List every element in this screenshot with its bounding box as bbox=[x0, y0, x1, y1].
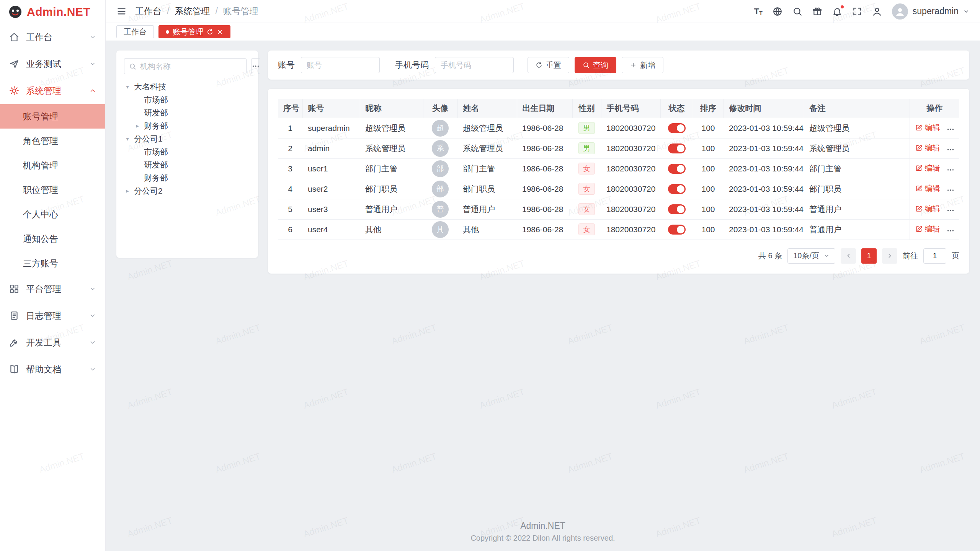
tab-account-mgmt[interactable]: 账号管理 bbox=[158, 25, 230, 38]
close-icon[interactable] bbox=[217, 29, 223, 35]
cell-nickname: 部门主管 bbox=[360, 158, 423, 179]
sidebar-item-system[interactable]: 系统管理 bbox=[0, 77, 105, 104]
tree-node[interactable]: 财务部 bbox=[124, 171, 250, 184]
sidebar-item-notice[interactable]: 通知公告 bbox=[0, 227, 105, 251]
breadcrumb-item[interactable]: 系统管理 bbox=[175, 5, 210, 17]
tab-workbench[interactable]: 工作台 bbox=[116, 25, 154, 38]
status-toggle[interactable] bbox=[668, 143, 686, 153]
sidebar-item-org-mgmt[interactable]: 机构管理 bbox=[0, 153, 105, 178]
sidebar-item-third-party[interactable]: 三方账号 bbox=[0, 251, 105, 276]
caret-right-icon[interactable]: ▸ bbox=[134, 122, 141, 129]
more-actions-button[interactable] bbox=[946, 206, 955, 215]
sidebar-item-logs[interactable]: 日志管理 bbox=[0, 302, 105, 329]
edit-button[interactable]: 编辑 bbox=[915, 183, 940, 194]
status-toggle[interactable] bbox=[668, 164, 686, 174]
globe-icon[interactable] bbox=[773, 7, 782, 16]
sidebar-item-dev-tools[interactable]: 开发工具 bbox=[0, 329, 105, 356]
cell-order: 100 bbox=[693, 179, 724, 199]
add-button[interactable]: 新增 bbox=[622, 57, 663, 73]
more-actions-button[interactable] bbox=[946, 125, 955, 134]
more-actions-button[interactable] bbox=[946, 145, 955, 154]
edit-button[interactable]: 编辑 bbox=[915, 204, 940, 214]
sidebar-item-label: 账号管理 bbox=[23, 111, 96, 122]
chevron-down-icon bbox=[89, 312, 96, 319]
status-toggle[interactable] bbox=[668, 184, 686, 194]
column-header: 出生日期 bbox=[517, 99, 572, 118]
breadcrumb-item[interactable]: 工作台 bbox=[135, 5, 162, 17]
caret-right-icon[interactable]: ▸ bbox=[124, 187, 131, 194]
breadcrumb-separator: / bbox=[167, 6, 169, 16]
bell-icon[interactable] bbox=[832, 7, 842, 16]
search-button[interactable]: 查询 bbox=[575, 57, 616, 73]
sidebar-item-role-mgmt[interactable]: 角色管理 bbox=[0, 129, 105, 153]
prev-page-button[interactable] bbox=[841, 248, 856, 264]
text-size-icon[interactable]: TT bbox=[754, 7, 763, 16]
row-avatar: 超 bbox=[432, 120, 449, 137]
cell-no: 2 bbox=[278, 138, 302, 158]
column-header: 备注 bbox=[804, 99, 910, 118]
sidebar-item-workbench[interactable]: 工作台 bbox=[0, 24, 105, 51]
caret-down-icon[interactable]: ▾ bbox=[124, 135, 131, 142]
fullscreen-icon[interactable] bbox=[852, 7, 862, 16]
status-toggle[interactable] bbox=[668, 123, 686, 133]
pagination: 共 6 条 10条/页 1 前往 页 bbox=[278, 248, 959, 264]
sidebar-item-position-mgmt[interactable]: 职位管理 bbox=[0, 178, 105, 202]
cell-birthday: 1986-06-28 bbox=[517, 118, 572, 138]
cell-birthday: 1986-06-28 bbox=[517, 158, 572, 179]
cell-name: 超级管理员 bbox=[457, 118, 517, 138]
gift-icon[interactable] bbox=[812, 7, 822, 16]
hamburger-menu-icon[interactable] bbox=[116, 6, 127, 16]
tree-node[interactable]: ▾大名科技 bbox=[124, 80, 250, 93]
main-area: 工作台 / 系统管理 / 账号管理 TT superadmin bbox=[106, 0, 980, 551]
tree-node[interactable]: ▸分公司2 bbox=[124, 184, 250, 197]
more-actions-button[interactable] bbox=[946, 186, 955, 194]
tree-node[interactable]: 研发部 bbox=[124, 106, 250, 119]
more-actions-button[interactable] bbox=[946, 227, 955, 235]
org-tree-panel: ▾大名科技 市场部 研发部 ▸财务部 ▾分公司1 市场部 研发部 财务部 ▸分公… bbox=[116, 51, 258, 258]
user-icon[interactable] bbox=[872, 7, 882, 16]
tree-node[interactable]: ▾分公司1 bbox=[124, 132, 250, 145]
edit-button[interactable]: 编辑 bbox=[915, 163, 940, 173]
system-submenu: 账号管理 角色管理 机构管理 职位管理 个人中心 bbox=[0, 104, 105, 276]
cell-modified: 2023-01-03 10:59:44 bbox=[724, 118, 804, 138]
username: superadmin bbox=[913, 6, 959, 16]
right-column: 账号 手机号码 重置 查询 bbox=[268, 51, 969, 274]
sidebar-item-platform[interactable]: 平台管理 bbox=[0, 276, 105, 302]
logo[interactable]: Admin.NET bbox=[0, 0, 105, 24]
phone-input[interactable] bbox=[435, 57, 514, 73]
org-search-input[interactable] bbox=[140, 62, 242, 71]
cell-phone: 18020030720 bbox=[601, 179, 660, 199]
caret-down-icon[interactable]: ▾ bbox=[124, 83, 131, 90]
cell-account: admin bbox=[302, 138, 360, 158]
page-size-select[interactable]: 10条/页 bbox=[787, 248, 835, 264]
reset-button[interactable]: 重置 bbox=[528, 57, 569, 73]
sidebar-item-help-docs[interactable]: 帮助文档 bbox=[0, 356, 105, 383]
tree-node[interactable]: 研发部 bbox=[124, 158, 250, 171]
sidebar-item-business-test[interactable]: 业务测试 bbox=[0, 51, 105, 77]
refresh-icon bbox=[536, 62, 542, 68]
cell-remark: 超级管理员 bbox=[804, 118, 910, 138]
page-number-current[interactable]: 1 bbox=[861, 248, 877, 264]
sidebar-item-label: 工作台 bbox=[26, 31, 82, 43]
tree-node[interactable]: ▸财务部 bbox=[124, 119, 250, 132]
search-icon[interactable] bbox=[792, 7, 802, 16]
org-more-button[interactable] bbox=[251, 58, 260, 74]
breadcrumb-item-current: 账号管理 bbox=[223, 5, 258, 17]
cell-order: 100 bbox=[693, 118, 724, 138]
breadcrumb-separator: / bbox=[215, 6, 217, 16]
account-input[interactable] bbox=[301, 57, 380, 73]
tree-node[interactable]: 市场部 bbox=[124, 145, 250, 158]
edit-button[interactable]: 编辑 bbox=[915, 224, 940, 234]
more-actions-button[interactable] bbox=[946, 166, 955, 174]
status-toggle[interactable] bbox=[668, 204, 686, 214]
tree-node[interactable]: 市场部 bbox=[124, 93, 250, 106]
edit-button[interactable]: 编辑 bbox=[915, 143, 940, 153]
user-menu[interactable]: superadmin bbox=[892, 3, 969, 20]
status-toggle[interactable] bbox=[668, 225, 686, 235]
goto-page-input[interactable] bbox=[923, 248, 946, 264]
refresh-icon[interactable] bbox=[207, 29, 213, 35]
edit-button[interactable]: 编辑 bbox=[915, 122, 940, 133]
sidebar-item-profile-center[interactable]: 个人中心 bbox=[0, 202, 105, 227]
sidebar-item-account-mgmt[interactable]: 账号管理 bbox=[0, 104, 105, 129]
next-page-button[interactable] bbox=[882, 248, 897, 264]
